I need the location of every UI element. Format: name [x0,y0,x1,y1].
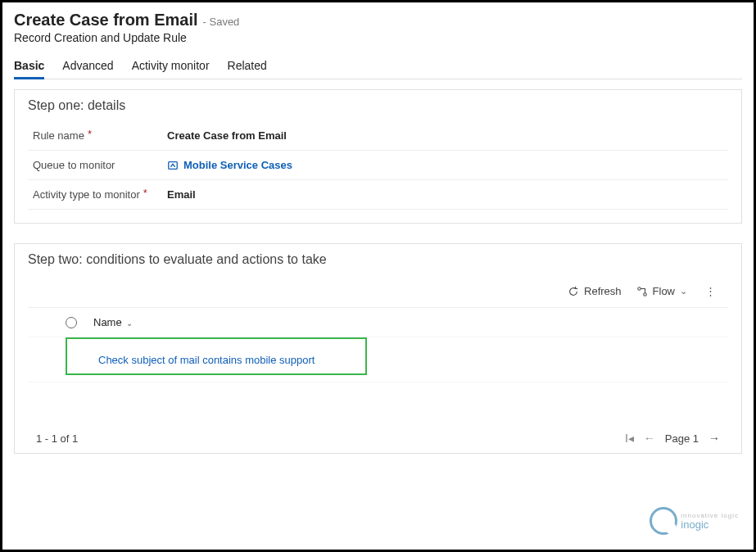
column-name[interactable]: Name ⌄ [93,316,133,328]
field-queue: Queue to monitor Mobile Service Cases [28,151,728,180]
record-count: 1 - 1 of 1 [36,432,78,445]
flow-label: Flow [653,285,675,297]
rule-name-value[interactable]: Create Case from Email [167,129,287,142]
grid-footer: 1 - 1 of 1 I◂ ← Page 1 → [28,382,728,445]
rule-name-label: Rule name [33,129,84,142]
watermark: innovative logic inogic [650,507,739,535]
condition-row-link[interactable]: Check subject of mail contains mobile su… [98,354,315,366]
flow-button[interactable]: Flow ⌄ [636,285,687,297]
step-two-section: Step two: conditions to evaluate and act… [14,243,742,454]
more-commands-button[interactable]: ⋮ [702,285,720,297]
column-name-label: Name [93,316,122,328]
tab-activity-monitor[interactable]: Activity monitor [132,56,210,79]
page-indicator: Page 1 [665,432,699,445]
field-rule-name: Rule name * Create Case from Email [28,121,728,151]
page-subtitle: Record Creation and Update Rule [14,31,742,44]
select-all-toggle[interactable] [66,317,77,328]
step-one-heading: Step one: details [28,98,728,113]
queue-icon [167,160,179,171]
step-two-heading: Step two: conditions to evaluate and act… [28,252,728,267]
grid-header: Name ⌄ [28,308,728,337]
field-activity-type: Activity type to monitor * Email [28,180,728,210]
required-marker: * [143,187,147,199]
svg-point-2 [643,292,646,296]
pager: I◂ ← Page 1 → [625,432,720,445]
sort-indicator-icon: ⌄ [126,319,133,328]
refresh-button[interactable]: Refresh [568,285,622,297]
watermark-brand: inogic [681,519,739,530]
activity-type-value[interactable]: Email [167,188,196,201]
grid-row: Check subject of mail contains mobile su… [28,337,728,382]
activity-type-label: Activity type to monitor [33,188,140,201]
queue-link-text: Mobile Service Cases [183,159,292,171]
refresh-label: Refresh [584,285,622,297]
tab-related[interactable]: Related [228,56,267,79]
tab-advanced[interactable]: Advanced [62,56,113,79]
chevron-down-icon: ⌄ [680,286,687,296]
tab-bar: Basic Advanced Activity monitor Related [14,56,742,79]
pager-first-button[interactable]: I◂ [625,432,634,445]
tab-basic[interactable]: Basic [14,56,44,79]
refresh-icon [568,286,579,297]
required-marker: * [88,128,92,140]
flow-icon [636,286,648,297]
queue-value[interactable]: Mobile Service Cases [167,159,292,171]
svg-point-1 [637,287,641,290]
queue-label: Queue to monitor [33,159,115,171]
watermark-logo-icon [650,507,677,535]
pager-next-button[interactable]: → [708,432,720,445]
page-title: Create Case from Email [14,11,198,29]
svg-rect-0 [169,161,178,169]
step-two-toolbar: Refresh Flow ⌄ ⋮ [28,275,728,308]
pager-prev-button[interactable]: ← [644,432,655,445]
save-status: - Saved [203,16,240,28]
step-one-section: Step one: details Rule name * Create Cas… [14,89,742,224]
